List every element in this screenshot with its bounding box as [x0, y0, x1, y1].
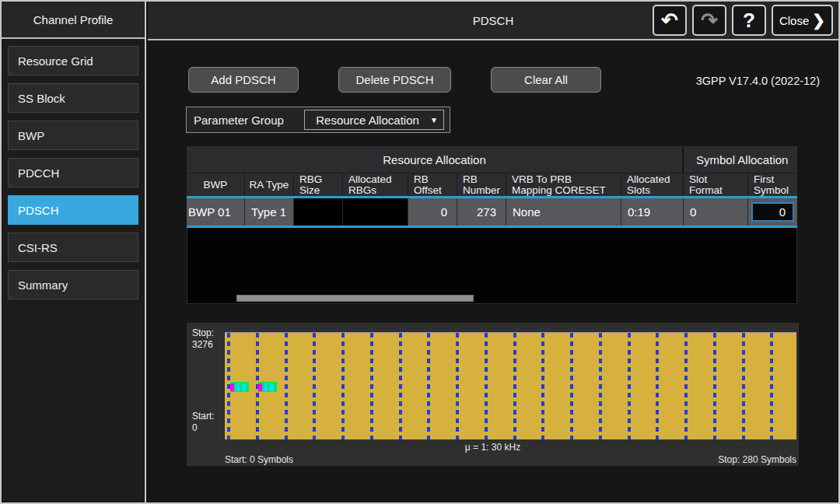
sidebar-title: Channel Profile: [2, 2, 145, 39]
standard-version-label: 3GPP V17.4.0 (2022-12): [696, 75, 820, 87]
slot-boundary-line: [770, 333, 773, 439]
col-header-ra-type: RA Type: [245, 173, 294, 196]
slot-boundary-line: [656, 333, 659, 439]
add-pdsch-button[interactable]: Add PDSCH: [188, 67, 299, 93]
sidebar-item-label: Summary: [18, 278, 68, 292]
parameter-group-control: Parameter Group Resource Allocation ▼: [186, 107, 450, 133]
help-icon: ?: [743, 9, 755, 33]
pdsch-table: Resource Allocation Symbol Allocation BW…: [187, 146, 797, 304]
slot-boundary-line: [285, 333, 288, 439]
group-header-resource-allocation: Resource Allocation: [187, 146, 684, 173]
horizontal-scrollbar-thumb[interactable]: [236, 295, 474, 302]
close-chevron-icon: ❯: [812, 11, 825, 30]
slot-boundary-line: [628, 333, 631, 439]
slot-boundary-line: [313, 333, 316, 439]
resource-grid-plot: [225, 332, 796, 439]
slot-boundary-line: [684, 333, 688, 439]
redo-icon: ↷: [701, 10, 718, 30]
sidebar-item-label: PDCCH: [18, 166, 59, 180]
sidebar-item-pdsch[interactable]: PDSCH: [8, 195, 138, 225]
titlebar-buttons: ↶ ↷ ? Close ❯: [653, 5, 833, 36]
table-column-header-row: BWP RA Type RBG Size Allocated RBGs RB O…: [187, 173, 797, 196]
col-header-first-symbol: First Symbol: [748, 173, 797, 196]
pdsch-allocation-mark: [230, 382, 249, 392]
slot-boundary-line: [541, 333, 544, 439]
cell-allocated-slots[interactable]: 0:19: [621, 198, 684, 226]
slot-boundary-line: [341, 333, 345, 439]
cell-vrb-to-prb-mapping[interactable]: None: [506, 198, 621, 226]
col-header-allocated-slots: Allocated Slots: [621, 173, 684, 196]
sidebar-item-summary[interactable]: Summary: [8, 270, 138, 299]
cell-rb-offset[interactable]: 0: [408, 198, 457, 226]
sidebar-item-list: Resource Grid SS Block BWP PDCCH PDSCH C…: [2, 39, 145, 299]
clear-all-button[interactable]: Clear All: [491, 67, 601, 93]
cell-first-symbol: 0: [748, 198, 797, 226]
slot-boundary-line: [370, 333, 373, 439]
parameter-group-dropdown[interactable]: Resource Allocation ▼: [304, 110, 444, 130]
undo-button[interactable]: ↶: [653, 5, 687, 36]
cell-bwp[interactable]: BWP 01: [187, 198, 245, 226]
sidebar-item-label: PDSCH: [18, 204, 59, 217]
help-button[interactable]: ?: [732, 5, 766, 36]
sidebar-item-label: BWP: [18, 129, 44, 142]
col-header-vrb-to-prb-mapping: VRB To PRB Mapping CORESET: [506, 173, 621, 196]
allocation-stripes: [230, 383, 249, 391]
cell-slot-format[interactable]: 0: [684, 198, 748, 226]
sidebar-item-label: Resource Grid: [18, 54, 93, 68]
slot-boundary-line: [427, 333, 430, 439]
sidebar-item-resource-grid[interactable]: Resource Grid: [8, 46, 138, 75]
title-bar: PDSCH ↶ ↷ ? Close ❯: [148, 2, 838, 40]
slot-boundary-line: [570, 333, 573, 439]
cell-rbg-size[interactable]: [294, 198, 343, 226]
table-group-header-row: Resource Allocation Symbol Allocation: [187, 146, 797, 173]
cell-ra-type[interactable]: Type 1: [245, 198, 294, 226]
redo-button[interactable]: ↷: [692, 5, 726, 36]
parameter-group-label: Parameter Group: [187, 114, 284, 127]
table-row: BWP 01 Type 1 0 273 None 0:19 0 0: [187, 198, 797, 226]
slot-boundary-line: [399, 333, 402, 439]
sidebar-item-label: CSI-RS: [18, 241, 58, 254]
x-axis-start-label: Start: 0 Symbols: [225, 454, 293, 465]
col-header-bwp: BWP: [187, 173, 245, 196]
y-axis-start-label: Start: 0: [192, 411, 215, 434]
y-axis-stop-label: Stop: 3276: [192, 327, 214, 351]
slot-boundary-line: [599, 333, 602, 439]
app-window: Channel Profile Resource Grid SS Block B…: [0, 0, 840, 504]
slot-boundary-line: [513, 333, 516, 439]
sidebar-item-label: SS Block: [18, 92, 65, 105]
col-header-allocated-rbgs: Allocated RBGs: [343, 173, 408, 196]
col-header-rbg-size: RBG Size: [294, 173, 343, 196]
sidebar: Channel Profile Resource Grid SS Block B…: [2, 2, 146, 502]
col-header-rb-number: RB Number: [457, 173, 506, 196]
sidebar-item-ss-block[interactable]: SS Block: [8, 83, 138, 113]
delete-pdsch-button[interactable]: Delete PDSCH: [338, 67, 451, 93]
pdsch-allocation-mark: [258, 382, 277, 392]
x-axis-stop-label: Stop: 280 Symbols: [718, 454, 796, 465]
first-symbol-input[interactable]: 0: [751, 202, 794, 222]
main-content: Add PDSCH Delete PDSCH Clear All 3GPP V1…: [148, 42, 838, 502]
cell-allocated-rbgs[interactable]: [343, 198, 408, 226]
cell-rb-number[interactable]: 273: [457, 198, 506, 226]
col-header-slot-format: Slot Format: [684, 173, 748, 196]
slot-boundary-line: [485, 333, 488, 439]
sidebar-item-bwp[interactable]: BWP: [8, 121, 138, 150]
sidebar-item-pdcch[interactable]: PDCCH: [8, 158, 138, 187]
undo-icon: ↶: [661, 10, 678, 30]
numerology-label: μ = 1: 30 kHz: [187, 442, 799, 453]
close-button[interactable]: Close ❯: [772, 5, 833, 36]
resource-grid-chart: Stop: 3276 Start: 0 μ = 1: 30 kHz Start:…: [187, 323, 799, 466]
dropdown-arrow-icon: ▼: [430, 116, 443, 124]
close-button-label: Close: [779, 14, 809, 27]
slot-boundary-line: [456, 333, 459, 439]
col-header-rb-offset: RB Offset: [408, 173, 457, 196]
slot-boundary-line: [713, 333, 716, 439]
group-header-symbol-allocation: Symbol Allocation: [684, 146, 797, 173]
parameter-group-value: Resource Allocation: [305, 114, 430, 127]
allocation-stripes: [258, 383, 277, 391]
table-empty-area: [187, 228, 797, 304]
sidebar-item-csi-rs[interactable]: CSI-RS: [8, 233, 138, 262]
slot-boundary-line: [742, 333, 745, 439]
